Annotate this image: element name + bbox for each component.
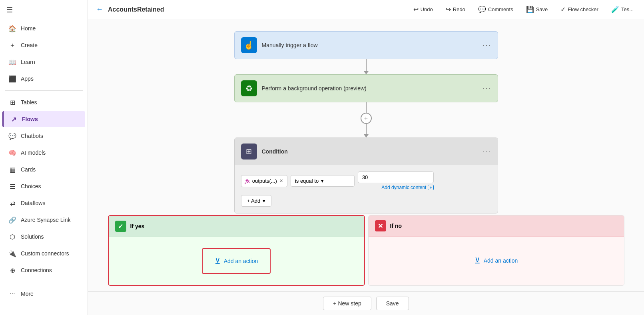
flow-checker-button[interactable]: ✓ Flow checker xyxy=(558,4,601,15)
sidebar-item-ai-models[interactable]: 🧠 AI models xyxy=(2,145,85,161)
branch-yes[interactable]: ✓ If yes ⊻ Add an action xyxy=(108,215,365,286)
action-menu[interactable]: ··· xyxy=(483,84,491,93)
flow-line-3 xyxy=(366,122,367,134)
sidebar: ☰ 🏠 Home ＋ Create 📖 Learn ⬛ Apps ⊞ Table… xyxy=(0,0,88,315)
new-step-button[interactable]: + New step xyxy=(323,297,371,310)
branch-no-header: ✕ If no xyxy=(369,215,624,237)
no-check-icon: ✕ xyxy=(375,220,386,231)
sidebar-label-flows: Flows xyxy=(22,116,38,122)
branches-row: ✓ If yes ⊻ Add an action ✕ If no xyxy=(106,213,626,287)
main-area: ← AccountsRetained ↩ Undo ↪ Redo 💬 Comme… xyxy=(88,0,644,315)
condition-menu[interactable]: ··· xyxy=(483,148,491,156)
branch-no-label: If no xyxy=(390,223,402,229)
sidebar-item-solutions[interactable]: ⬡ Solutions xyxy=(2,229,85,245)
dynamic-content-icon: + xyxy=(428,185,433,190)
sidebar-divider-2 xyxy=(5,282,83,282)
bottom-bar: + New step Save xyxy=(88,291,644,315)
condition-operator-select[interactable]: is equal to ▾ xyxy=(291,175,355,187)
branch-no[interactable]: ✕ If no ⊻ Add an action xyxy=(368,215,624,286)
condition-header[interactable]: ⊞ Condition ··· xyxy=(235,138,498,165)
condition-tag-label: outputs(...) xyxy=(252,178,277,184)
sidebar-label-custom-connectors: Custom connectors xyxy=(21,250,69,257)
create-icon: ＋ xyxy=(9,42,16,49)
add-action-yes-icon: ⊻ xyxy=(215,256,221,266)
undo-icon: ↩ xyxy=(413,6,419,13)
add-dynamic-content-link[interactable]: Add dynamic content + xyxy=(381,185,434,190)
condition-icon: ⊞ xyxy=(241,144,257,159)
condition-row: 𝑓x outputs(...) ✕ is equal to ▾ xyxy=(241,171,491,190)
condition-operator-label: is equal to xyxy=(295,178,319,184)
sidebar-item-connections[interactable]: ⊕ Connections xyxy=(2,262,85,278)
sidebar-item-learn[interactable]: 📖 Learn xyxy=(2,54,85,70)
save-button-bottom[interactable]: Save xyxy=(376,297,409,310)
sidebar-label-apps: Apps xyxy=(21,76,34,82)
flow-container: ☝ Manually trigger a flow ··· ♻ Perform … xyxy=(106,31,626,213)
sidebar-label-choices: Choices xyxy=(21,183,41,189)
sidebar-item-home[interactable]: 🏠 Home xyxy=(2,20,85,36)
sidebar-divider-1 xyxy=(5,90,83,91)
yes-check-icon: ✓ xyxy=(115,221,126,232)
condition-title: Condition xyxy=(262,148,478,155)
sidebar-item-cards[interactable]: ▦ Cards xyxy=(2,161,85,177)
formula-icon: 𝑓x xyxy=(245,178,250,184)
sidebar-label-chatbots: Chatbots xyxy=(21,133,43,139)
flow-arrow-1 xyxy=(364,71,369,74)
add-action-yes-button[interactable]: ⊻ Add an action xyxy=(208,252,265,270)
condition-add-button[interactable]: + Add ▾ xyxy=(241,195,272,207)
home-icon: 🏠 xyxy=(9,25,16,32)
add-step-button[interactable]: + xyxy=(361,113,372,124)
more-icon: ··· xyxy=(9,290,16,297)
sidebar-label-more: More xyxy=(21,291,34,297)
learn-icon: 📖 xyxy=(9,58,16,66)
sidebar-label-create: Create xyxy=(21,42,38,48)
branch-yes-header: ✓ If yes xyxy=(109,216,364,237)
save-button-top[interactable]: 💾 Save xyxy=(524,4,550,15)
ai-models-icon: 🧠 xyxy=(9,149,16,156)
condition-body: 𝑓x outputs(...) ✕ is equal to ▾ xyxy=(235,165,498,213)
trigger-menu[interactable]: ··· xyxy=(483,41,491,50)
sidebar-item-flows[interactable]: ↗ Flows xyxy=(2,111,85,127)
redo-button[interactable]: ↪ Redo xyxy=(443,4,468,15)
sidebar-item-custom-connectors[interactable]: 🔌 Custom connectors xyxy=(2,245,85,261)
sidebar-item-more[interactable]: ··· More xyxy=(2,286,85,302)
condition-add-label: + Add xyxy=(247,198,261,204)
flow-line-1 xyxy=(366,59,367,71)
sidebar-item-dataflows[interactable]: ⇄ Dataflows xyxy=(2,195,85,211)
dataflows-icon: ⇄ xyxy=(9,199,16,207)
chatbots-icon: 💬 xyxy=(9,132,16,140)
chevron-down-icon: ▾ xyxy=(321,178,324,184)
comments-button[interactable]: 💬 Comments xyxy=(476,4,516,15)
sidebar-item-tables[interactable]: ⊞ Tables xyxy=(2,94,85,110)
trigger-label: Manually trigger a flow xyxy=(262,42,478,48)
action-label: Perform a background operation (preview) xyxy=(262,85,478,92)
sidebar-item-apps[interactable]: ⬛ Apps xyxy=(2,71,85,87)
action-node[interactable]: ♻ Perform a background operation (previe… xyxy=(234,74,498,102)
test-icon: 🧪 xyxy=(611,6,619,13)
connector-2: + xyxy=(361,102,372,138)
hamburger-menu[interactable]: ☰ xyxy=(0,0,88,20)
sidebar-label-home: Home xyxy=(21,25,36,32)
back-button[interactable]: ← xyxy=(96,5,103,14)
condition-tag[interactable]: 𝑓x outputs(...) ✕ xyxy=(241,175,287,187)
trigger-node[interactable]: ☝ Manually trigger a flow ··· xyxy=(234,31,498,59)
save-icon: 💾 xyxy=(526,6,534,13)
flow-arrow-2 xyxy=(364,134,369,138)
add-action-no-icon: ⊻ xyxy=(475,256,481,265)
add-action-no-button[interactable]: ⊻ Add an action xyxy=(468,252,524,269)
test-button[interactable]: 🧪 Tes... xyxy=(609,4,636,15)
sidebar-label-tables: Tables xyxy=(21,99,37,106)
apps-icon: ⬛ xyxy=(9,75,16,82)
sidebar-item-chatbots[interactable]: 💬 Chatbots xyxy=(2,128,85,144)
custom-connectors-icon: 🔌 xyxy=(9,250,16,257)
cards-icon: ▦ xyxy=(9,166,16,173)
sidebar-label-learn: Learn xyxy=(21,59,35,65)
sidebar-item-azure-synapse[interactable]: 🔗 Azure Synapse Link xyxy=(2,212,85,228)
branch-no-body: ⊻ Add an action xyxy=(369,237,624,285)
sidebar-item-choices[interactable]: ☰ Choices xyxy=(2,178,85,194)
undo-button[interactable]: ↩ Undo xyxy=(411,4,435,15)
condition-value-input[interactable] xyxy=(358,171,434,183)
branch-yes-body: ⊻ Add an action xyxy=(109,237,364,285)
sidebar-item-create[interactable]: ＋ Create xyxy=(2,37,85,53)
redo-icon: ↪ xyxy=(446,6,451,13)
condition-tag-remove[interactable]: ✕ xyxy=(279,178,283,183)
